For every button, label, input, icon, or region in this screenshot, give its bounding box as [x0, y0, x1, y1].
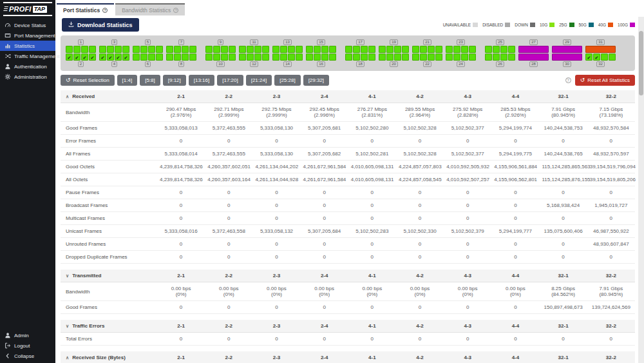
port-7-1[interactable] — [166, 46, 173, 53]
port-3-3[interactable] — [115, 46, 122, 53]
port-11-3[interactable] — [254, 46, 261, 53]
port-15-4[interactable] — [329, 46, 336, 53]
port-12-2[interactable] — [247, 54, 254, 61]
select-range-button-17-20[interactable]: [17:20] — [217, 75, 243, 86]
section-toggle-received-size-bytes[interactable]: ∧Received Size (Bytes) — [61, 351, 157, 363]
port-17-2[interactable] — [353, 46, 360, 53]
port-15-3[interactable] — [321, 46, 328, 53]
port-10-2[interactable] — [213, 54, 220, 61]
port-8-3[interactable] — [182, 54, 189, 61]
select-range-button-1-4[interactable]: [1:4] — [117, 75, 138, 86]
port-24-4[interactable] — [469, 54, 476, 61]
port-26-2[interactable] — [493, 54, 500, 61]
sidebar-item-traffic-management[interactable]: Traffic Management — [0, 51, 55, 61]
port-18-4[interactable] — [368, 54, 375, 61]
port-18-3[interactable] — [361, 54, 368, 61]
reset-selection-button[interactable]: ↺ Reset Selection — [61, 75, 115, 86]
download-statistics-button[interactable]: Download Statistics — [62, 18, 139, 32]
reset-all-statistics-button[interactable]: ↺ Reset All Statistics — [575, 75, 635, 86]
sidebar-item-device-status[interactable]: Device Status — [0, 20, 55, 30]
port-8-2[interactable] — [174, 54, 181, 61]
port-8-1[interactable] — [166, 54, 173, 61]
port-9-3[interactable] — [221, 46, 228, 53]
port-1-2[interactable] — [73, 46, 80, 53]
tab-port-statistics[interactable]: Port Statistics? — [57, 3, 114, 15]
select-range-button-29-32[interactable]: [29:32] — [303, 75, 329, 86]
port-25-4[interactable] — [508, 46, 515, 53]
section-toggle-received[interactable]: ∧Received — [61, 90, 157, 103]
port-24-2[interactable] — [453, 54, 460, 61]
port-20-3[interactable] — [394, 54, 401, 61]
port-11-4[interactable] — [262, 46, 269, 53]
port-24-1[interactable] — [446, 54, 453, 61]
port-6-2[interactable] — [140, 54, 147, 61]
port-21-4[interactable] — [435, 46, 442, 53]
port-22-1[interactable] — [412, 54, 419, 61]
port-18-2[interactable] — [353, 54, 360, 61]
port-5-4[interactable] — [156, 46, 163, 53]
port-32-2[interactable]: ✔ — [593, 54, 600, 61]
port-28[interactable] — [518, 54, 549, 61]
port-29[interactable] — [552, 46, 582, 53]
port-17-4[interactable] — [368, 46, 375, 53]
port-3-1[interactable] — [99, 46, 106, 53]
port-13-4[interactable] — [296, 46, 303, 53]
help-icon[interactable]: ? — [565, 77, 571, 83]
port-1-4[interactable] — [89, 46, 96, 53]
port-30[interactable] — [552, 54, 582, 61]
port-2-1[interactable]: ✔ — [66, 54, 73, 61]
sidebar-item-administration[interactable]: Administration — [0, 72, 55, 82]
port-22-3[interactable] — [428, 54, 435, 61]
scrollbar-thumb[interactable] — [639, 31, 643, 95]
port-19-1[interactable] — [379, 46, 386, 53]
port-23-3[interactable] — [461, 46, 468, 53]
port-10-4[interactable] — [229, 54, 236, 61]
port-18-1[interactable] — [345, 54, 352, 61]
port-16-3[interactable] — [321, 54, 328, 61]
port-22-2[interactable] — [420, 54, 427, 61]
port-15-2[interactable] — [314, 46, 321, 53]
tab-bandwidth-statistics[interactable]: Bandwidth Statistics? — [115, 3, 185, 15]
port-2-3[interactable]: ✔ — [81, 54, 88, 61]
port-21-1[interactable] — [412, 46, 419, 53]
port-11-2[interactable] — [247, 46, 254, 53]
port-17-3[interactable] — [361, 46, 368, 53]
port-8-4[interactable] — [189, 54, 196, 61]
select-range-button-25-28[interactable]: [25:28] — [274, 75, 300, 86]
port-25-1[interactable] — [485, 46, 492, 53]
port-12-3[interactable] — [254, 54, 261, 61]
port-25-2[interactable] — [493, 46, 500, 53]
port-15-1[interactable] — [306, 46, 313, 53]
port-4-4[interactable]: ✔ — [122, 54, 129, 61]
port-16-4[interactable] — [329, 54, 336, 61]
page-scrollbar[interactable] — [638, 17, 644, 363]
port-13-3[interactable] — [288, 46, 295, 53]
port-19-4[interactable] — [402, 46, 409, 53]
sidebar-footer-admin[interactable]: Admin — [0, 330, 55, 340]
port-9-2[interactable] — [213, 46, 220, 53]
port-20-1[interactable] — [379, 54, 386, 61]
port-1-1[interactable] — [66, 46, 73, 53]
port-12-4[interactable] — [262, 54, 269, 61]
port-6-4[interactable] — [156, 54, 163, 61]
port-32-4[interactable] — [609, 54, 616, 61]
port-21-3[interactable] — [428, 46, 435, 53]
port-1-3[interactable] — [81, 46, 88, 53]
port-5-1[interactable] — [133, 46, 140, 53]
section-toggle-traffic-errors[interactable]: ∨Traffic Errors — [61, 320, 157, 333]
port-9-4[interactable] — [229, 46, 236, 53]
port-3-4[interactable] — [122, 46, 129, 53]
port-5-2[interactable] — [140, 46, 147, 53]
port-24-3[interactable] — [461, 54, 468, 61]
sidebar-item-authentication[interactable]: Authentication — [0, 61, 55, 72]
port-11-1[interactable] — [239, 46, 246, 53]
port-3-2[interactable] — [107, 46, 114, 53]
port-26-4[interactable] — [508, 54, 515, 61]
port-9-1[interactable] — [205, 46, 213, 53]
port-7-3[interactable] — [182, 46, 189, 53]
port-12-1[interactable] — [239, 54, 246, 61]
port-7-2[interactable] — [174, 46, 181, 53]
section-toggle-transmitted[interactable]: ∨Transmitted — [61, 270, 157, 282]
port-4-2[interactable]: ✔ — [107, 54, 114, 61]
port-16-2[interactable] — [314, 54, 321, 61]
